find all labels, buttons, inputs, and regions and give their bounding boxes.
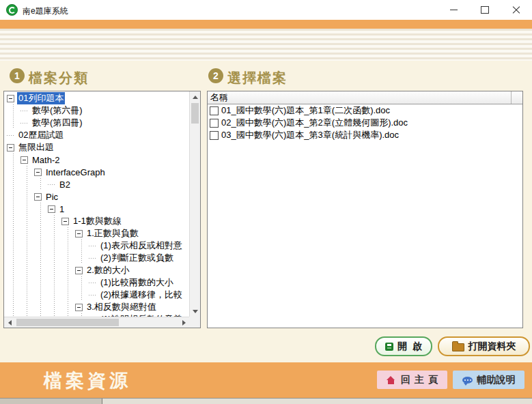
scrollbar-corner: [189, 317, 200, 328]
tree-item[interactable]: 1: [4, 203, 189, 215]
tree-connector: [89, 240, 96, 252]
tree-connector: [7, 129, 14, 141]
file-list-panel: 名稱 01_國中數學(六)題本_第1章(二次函數).doc 02_國中數學(六)…: [207, 91, 523, 328]
tree-item[interactable]: 數學(第六冊): [4, 104, 189, 117]
collapse-icon[interactable]: [75, 304, 83, 311]
section2-title: 選擇檔案: [227, 69, 288, 87]
open-button[interactable]: 開啟: [375, 336, 432, 356]
file-checkbox[interactable]: [210, 106, 219, 115]
tree-item[interactable]: 1.正數與負數: [4, 227, 189, 240]
close-icon: [512, 6, 520, 14]
tree-item[interactable]: (2)根據遞移律，比較: [4, 289, 189, 301]
file-row[interactable]: 03_國中數學(六)題本_第3章(統計與機率).doc: [208, 129, 522, 141]
tree-item[interactable]: (1)表示相反或相對意: [4, 240, 189, 252]
tree-item[interactable]: (2)判斷正數或負數: [4, 252, 189, 264]
scroll-left-icon: [8, 320, 12, 326]
scroll-right-button[interactable]: [178, 317, 189, 328]
minimize-button[interactable]: [438, 0, 469, 20]
tree-item[interactable]: 2.數的大小: [4, 264, 189, 276]
tree-connector: [89, 276, 96, 289]
footer-title: 檔案資源: [44, 369, 131, 393]
scroll-right-icon: [182, 320, 186, 326]
background-window-edge-left: [0, 399, 102, 404]
scroll-left-button[interactable]: [4, 317, 15, 328]
window-controls: [438, 0, 532, 20]
footer-bar: 檔案資源 回主頁 輔助說明: [0, 362, 532, 398]
title-bar: 南e題庫系統: [0, 0, 532, 20]
collapse-icon[interactable]: [75, 267, 83, 274]
collapse-icon[interactable]: [34, 169, 42, 176]
speech-bubble-icon: [462, 377, 473, 384]
category-tree-panel: 01列印題本 數學(第六冊) 數學(第四冊) 02歷屆試題 無限出題 M: [3, 91, 201, 328]
collapse-icon[interactable]: [7, 144, 14, 152]
tree-connector: [20, 104, 28, 117]
home-icon: [387, 376, 395, 384]
minimize-icon: [450, 10, 458, 10]
file-row[interactable]: 02_國中數學(六)題本_第2章(立體幾何圖形).doc: [208, 117, 522, 129]
striped-band: [0, 29, 532, 61]
collapse-icon[interactable]: [48, 205, 55, 213]
column-header-spare: [512, 91, 522, 104]
collapse-icon[interactable]: [7, 95, 14, 102]
file-checkbox[interactable]: [210, 119, 219, 128]
tree-vertical-scrollbar[interactable]: [189, 91, 200, 317]
file-name: 02_國中數學(六)題本_第2章(立體幾何圖形).doc: [221, 117, 408, 129]
close-button[interactable]: [501, 0, 532, 20]
tree-item[interactable]: InterfaceGraph: [4, 166, 189, 178]
tree-item[interactable]: Math-2: [4, 154, 189, 166]
open-folder-button[interactable]: 打開資料夾: [438, 336, 530, 356]
tree-item[interactable]: (1)比較兩數的大小: [4, 276, 189, 289]
column-header-name[interactable]: 名稱: [208, 91, 512, 104]
list-header-row: 名稱: [208, 91, 522, 104]
tree-item[interactable]: 1-1數與數線: [4, 215, 189, 227]
home-button[interactable]: 回主頁: [377, 371, 447, 389]
tree-connector: [89, 252, 96, 264]
section2-number-badge: 2: [208, 68, 223, 83]
window-title: 南e題庫系統: [23, 5, 68, 17]
tree-item[interactable]: 數學(第四冊): [4, 117, 189, 129]
app-logo-icon: [6, 4, 18, 16]
file-row[interactable]: 01_國中數學(六)題本_第1章(二次函數).doc: [208, 104, 522, 117]
collapse-icon[interactable]: [75, 230, 83, 237]
file-name: 01_國中數學(六)題本_第1章(二次函數).doc: [221, 104, 390, 117]
tree-connector: [20, 117, 28, 129]
tree-item[interactable]: 01列印題本: [4, 92, 189, 104]
horizontal-scroll-thumb[interactable]: [16, 319, 119, 326]
file-checkbox[interactable]: [210, 131, 219, 140]
tree-item[interactable]: Pic: [4, 190, 189, 203]
collapse-icon[interactable]: [61, 218, 69, 225]
tree-item[interactable]: 02歷屆試題: [4, 129, 189, 141]
vertical-scroll-thumb[interactable]: [191, 103, 199, 124]
category-tree: 01列印題本 數學(第六冊) 數學(第四冊) 02歷屆試題 無限出題 M: [4, 91, 189, 317]
section1-title: 檔案分類: [29, 69, 89, 87]
tree-item[interactable]: B2: [4, 178, 189, 190]
background-window-edge: [0, 398, 532, 404]
tree-item[interactable]: 無限出題: [4, 141, 189, 154]
collapse-icon[interactable]: [34, 193, 42, 201]
collapse-icon[interactable]: [20, 156, 28, 164]
tree-horizontal-scrollbar[interactable]: [4, 317, 189, 328]
section1-number-badge: 1: [10, 68, 25, 83]
file-name: 03_國中數學(六)題本_第3章(統計與機率).doc: [221, 129, 399, 141]
maximize-icon: [481, 6, 489, 14]
top-accent-band: [0, 20, 532, 29]
maximize-button[interactable]: [469, 0, 501, 20]
scroll-up-icon: [193, 96, 198, 99]
scroll-up-button[interactable]: [190, 91, 201, 102]
tree-connector: [48, 178, 55, 190]
tree-item[interactable]: 3.相反數與絕對值: [4, 301, 189, 313]
open-icon: [385, 343, 393, 351]
folder-icon: [452, 343, 464, 351]
help-button[interactable]: 輔助說明: [453, 371, 524, 389]
app-window: 南e題庫系統 1 檔案分類 2 選擇檔案 01列印題本 數學(第六冊) 數學(第…: [0, 0, 532, 404]
scroll-down-button[interactable]: [190, 306, 201, 317]
tree-connector: [89, 289, 96, 301]
scroll-down-icon: [193, 310, 198, 313]
